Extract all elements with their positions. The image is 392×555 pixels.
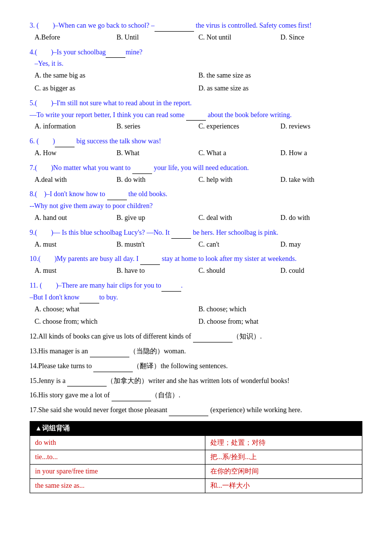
question-5: 5.( )–I'm still not sure what to read ab… xyxy=(30,97,362,132)
q10-opt-d: D. could xyxy=(280,265,362,277)
q5-opt-c: C. experiences xyxy=(198,121,280,132)
q9-opt-d: D. may xyxy=(280,239,362,251)
vocab-table-header: ▲词组背诵 xyxy=(30,421,362,435)
vocab-row-3: in your spare/free time 在你的空闲时间 xyxy=(30,464,362,478)
q4-sub: –Yes, it is. xyxy=(35,60,64,67)
q10-text: 10.( )My parents are busy all day. I sta… xyxy=(30,255,297,262)
q14-text: 14.Please take turns to （翻译）the followin… xyxy=(30,362,228,370)
vocab-meaning-1: 处理；处置；对待 xyxy=(205,435,362,450)
vocab-meaning-3: 在你的空闲时间 xyxy=(205,464,362,478)
q15-text: 15.Jenny is a （加拿大的）writer and she has w… xyxy=(30,377,289,384)
q10-options: A. must B. have to C. should D. could xyxy=(35,265,362,277)
vocab-meaning-2: 把...系/拴到...上 xyxy=(205,450,362,464)
question-15: 15.Jenny is a （加拿大的）writer and she has w… xyxy=(30,375,362,387)
q8-opt-a: A. hand out xyxy=(35,212,117,224)
q13-text: 13.His manager is an （当隐的）woman. xyxy=(30,347,186,355)
question-11: 11. ( )–There are many hair clips for yo… xyxy=(30,280,362,328)
q11-options-row1: A. choose; what B. choose; which xyxy=(35,303,362,315)
q17-text: 17.She said she would never forget those… xyxy=(30,406,302,414)
q11-opt-d: D. choose from; what xyxy=(198,316,362,328)
q4-opt-a: A. the same big as xyxy=(35,70,198,82)
q9-opt-a: A. must xyxy=(35,239,117,251)
q8-sub: --Why not give them away to poor childre… xyxy=(30,202,153,210)
q4-options-row2: C. as bigger as D. as same size as xyxy=(35,83,362,94)
q11-options-row2: C. choose from; which D. choose from; wh… xyxy=(35,316,362,328)
question-16: 16.His story gave me a lot of （自信）. xyxy=(30,389,362,401)
q5-opt-d: D. reviews xyxy=(280,121,362,132)
vocab-phrase-2: tie...to... xyxy=(30,450,205,464)
q4-text: 4.( )–Is your schoolbagmine? xyxy=(30,48,143,56)
vocab-meaning-4: 和...一样大小 xyxy=(205,478,362,493)
q9-text: 9.( )— Is this blue schoolbag Lucy's? —N… xyxy=(30,229,278,236)
question-14: 14.Please take turns to （翻译）the followin… xyxy=(30,360,362,372)
question-3: 3. ( )–When can we go back to school? – … xyxy=(30,20,362,43)
q4-opt-d: D. as same size as xyxy=(198,83,362,94)
q6-opt-b: B. What xyxy=(117,147,198,159)
q3-opt-a: A.Before xyxy=(35,32,117,43)
vocab-phrase-4: the same size as... xyxy=(30,478,205,493)
q5-sub: —To write your report better, I think yo… xyxy=(30,111,292,119)
question-7: 7.( )No matter what you want to your lif… xyxy=(30,162,362,186)
question-8: 8.( )–I don't know how to the old books.… xyxy=(30,188,362,223)
q6-opt-c: C. What a xyxy=(198,147,280,159)
q6-text: 6. ( ) big success the talk show was! xyxy=(30,137,161,145)
q4-opt-c: C. as bigger as xyxy=(35,83,198,94)
q11-opt-a: A. choose; what xyxy=(35,303,198,315)
q6-options: A. How B. What C. What a D. How a xyxy=(35,147,362,159)
q3-opt-b: B. Until xyxy=(117,32,198,43)
q8-opt-d: D. do with xyxy=(280,212,362,224)
q11-opt-c: C. choose from; which xyxy=(35,316,198,328)
q10-opt-b: B. have to xyxy=(117,265,198,277)
q7-opt-c: C. help with xyxy=(198,174,280,186)
q3-options: A.Before B. Until C. Not until D. Since xyxy=(35,32,362,43)
vocab-phrase-1: do with xyxy=(30,435,205,450)
q11-text: 11. ( )–There are many hair clips for yo… xyxy=(30,282,183,289)
q5-text: 5.( )–I'm still not sure what to read ab… xyxy=(30,99,192,107)
q9-opt-c: C. can't xyxy=(198,239,280,251)
q10-opt-a: A. must xyxy=(35,265,117,277)
question-12: 12.All kinds of books can give us lots o… xyxy=(30,331,362,342)
question-17: 17.She said she would never forget those… xyxy=(30,404,362,416)
q5-options: A. information B. series C. experiences … xyxy=(35,121,362,132)
question-9: 9.( )— Is this blue schoolbag Lucy's? —N… xyxy=(30,227,362,251)
q7-opt-d: D. take with xyxy=(280,174,362,186)
q7-opt-b: B. do with xyxy=(117,174,198,186)
vocab-row-4: the same size as... 和...一样大小 xyxy=(30,478,362,493)
question-6: 6. ( ) big success the talk show was! A.… xyxy=(30,135,362,159)
q3-opt-d: D. Since xyxy=(280,32,362,43)
q7-text: 7.( )No matter what you want to your lif… xyxy=(30,164,249,171)
q4-opt-b: B. the same size as xyxy=(198,70,362,82)
q11-opt-b: B. choose; which xyxy=(198,303,362,315)
q3-text: 3. ( )–When can we go back to school? – … xyxy=(30,22,312,29)
q6-opt-a: A. How xyxy=(35,147,117,159)
q8-opt-b: B. give up xyxy=(117,212,198,224)
q11-sub: –But I don't knowto buy. xyxy=(30,294,118,301)
question-10: 10.( )My parents are busy all day. I sta… xyxy=(30,253,362,277)
q5-opt-b: B. series xyxy=(117,121,198,132)
main-content: 3. ( )–When can we go back to school? – … xyxy=(30,20,362,493)
q3-opt-c: C. Not until xyxy=(198,32,280,43)
question-13: 13.His manager is an （当隐的）woman. xyxy=(30,345,362,357)
vocab-row-2: tie...to... 把...系/拴到...上 xyxy=(30,450,362,464)
vocab-row-1: do with 处理；处置；对待 xyxy=(30,435,362,450)
q5-opt-a: A. information xyxy=(35,121,117,132)
vocab-phrase-3: in your spare/free time xyxy=(30,464,205,478)
q8-options: A. hand out B. give up C. deal with D. d… xyxy=(35,212,362,224)
q10-opt-c: C. should xyxy=(198,265,280,277)
q9-options: A. must B. mustn't C. can't D. may xyxy=(35,239,362,251)
vocab-table: ▲词组背诵 do with 处理；处置；对待 tie...to... 把...系… xyxy=(30,421,362,493)
q4-options-row1: A. the same big as B. the same size as xyxy=(35,70,362,82)
q7-options: A.deal with B. do with C. help with D. t… xyxy=(35,174,362,186)
q16-text: 16.His story gave me a lot of （自信）. xyxy=(30,391,180,399)
q7-opt-a: A.deal with xyxy=(35,174,117,186)
q8-opt-c: C. deal with xyxy=(198,212,280,224)
q12-text: 12.All kinds of books can give us lots o… xyxy=(30,333,262,340)
q8-text: 8.( )–I don't know how to the old books. xyxy=(30,190,167,198)
q6-opt-d: D. How a xyxy=(280,147,362,159)
q9-opt-b: B. mustn't xyxy=(117,239,198,251)
question-4: 4.( )–Is your schoolbagmine? –Yes, it is… xyxy=(30,46,362,94)
